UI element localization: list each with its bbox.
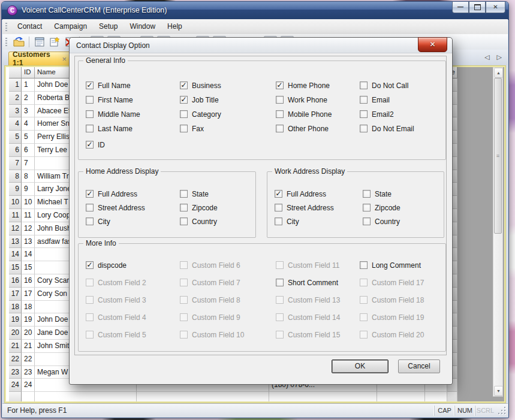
checkbox-label: Home Phone [288, 81, 330, 90]
checkbox-more-info-short-comment[interactable]: Short Comment [276, 278, 340, 287]
checkbox-general-info-email[interactable]: Email [360, 95, 414, 104]
checkbox-general-info-id[interactable]: ✓ID [86, 140, 140, 149]
menu-item-setup[interactable]: Setup [93, 20, 124, 33]
status-indicator-num: NUM [454, 406, 475, 416]
row-number-cell: 21 [9, 340, 22, 353]
checkbox-label: Country [375, 217, 400, 226]
menu-item-help[interactable]: Help [161, 20, 188, 33]
resize-grip[interactable] [498, 406, 507, 415]
checkbox-label: Short Comment [288, 279, 338, 287]
scroll-down-icon[interactable]: ▼ [494, 386, 503, 396]
checkbox-more-info-custom-field-14: Custom Field 14 [276, 313, 340, 322]
checkbox-general-info-do-not-email[interactable]: Do Not Email [360, 124, 414, 133]
checkbox-general-info-middle-name[interactable]: Middle Name [86, 110, 140, 119]
column-header-col0[interactable] [9, 67, 22, 78]
checkbox-home-address-display-city[interactable]: City [86, 217, 145, 226]
checkbox-general-info-other-phone[interactable]: Other Phone [276, 124, 332, 133]
unchecked-checkbox-icon [86, 296, 94, 304]
checkbox-home-address-display-zipcode[interactable]: Zipcode [180, 203, 218, 212]
checkbox-general-info-category[interactable]: Category [180, 110, 221, 119]
unchecked-checkbox-icon [275, 217, 282, 225]
dialog-close-button[interactable]: ✕ [418, 37, 447, 52]
checkbox-more-info-custom-field-11: Custom Field 11 [276, 261, 340, 270]
checkbox-work-address-display-zipcode[interactable]: Zipcode [363, 203, 400, 212]
toolbar-separator [29, 37, 29, 47]
scrollbar-thumb[interactable]: ≡ [494, 78, 502, 234]
checkbox-label: Job Title [192, 96, 219, 104]
column-header-id[interactable]: ID [22, 67, 35, 78]
menu-item-campaign[interactable]: Campaign [48, 20, 93, 33]
title-bar: C Voicent CallCenterCRM (Enterprise Edit… [2, 2, 508, 20]
ok-button[interactable]: OK [332, 359, 388, 373]
tab-label: Customers 1:1 [13, 50, 62, 67]
checkbox-work-address-display-street-address[interactable]: Street Address [275, 203, 334, 212]
maximize-button[interactable] [469, 2, 486, 13]
checkbox-label: Do Not Email [372, 125, 414, 133]
minimize-button[interactable]: — [452, 2, 469, 13]
row-number-cell: 14 [9, 248, 22, 261]
vertical-scrollbar[interactable]: ▲ ≡ ▼ [493, 67, 503, 397]
open-contact-file-icon[interactable] [12, 36, 26, 49]
checkbox-label: dispcode [98, 261, 127, 270]
cancel-button[interactable]: Cancel [398, 359, 440, 373]
checkbox-general-info-business[interactable]: ✓Business [180, 81, 221, 90]
checkbox-general-info-mobile-phone[interactable]: Mobile Phone [276, 110, 332, 119]
table-cell: 10 [22, 196, 35, 209]
checkbox-label: Custom Field 15 [288, 331, 340, 339]
unchecked-checkbox-icon [180, 331, 188, 339]
checkbox-home-address-display-street-address[interactable]: Street Address [86, 203, 145, 212]
new-contact-icon[interactable] [47, 36, 61, 49]
checked-checkbox-icon: ✓ [86, 261, 94, 269]
toolbar-drag-handle-icon[interactable] [5, 38, 7, 46]
checkbox-column: ✓Business✓Job TitleCategoryFax [180, 81, 221, 133]
unchecked-checkbox-icon [276, 313, 284, 321]
checkbox-more-info-long-comment[interactable]: Long Comment [360, 261, 424, 270]
unchecked-checkbox-icon [86, 217, 94, 225]
checkbox-label: City [98, 217, 110, 226]
checkbox-home-address-display-country[interactable]: Country [180, 217, 218, 226]
checkbox-work-address-display-state[interactable]: State [363, 189, 400, 198]
checkbox-home-address-display-full-address[interactable]: ✓Full Address [86, 189, 145, 198]
checkbox-general-info-full-name[interactable]: ✓Full Name [86, 81, 140, 90]
checkbox-general-info-first-name[interactable]: First Name [86, 95, 140, 104]
contact-list-icon[interactable] [32, 36, 46, 49]
close-button[interactable]: ✕ [486, 2, 505, 13]
row-number-cell: 19 [9, 313, 22, 327]
tab-customers[interactable]: Customers 1:1 × [8, 52, 71, 65]
checkbox-work-address-display-full-address[interactable]: ✓Full Address [275, 189, 334, 198]
checkbox-label: Custom Field 5 [98, 331, 146, 339]
tab-scroll-left-icon[interactable]: ◁ [484, 53, 489, 61]
contact-display-option-dialog: Contact Display Option ✕ General Info ✓F… [69, 37, 453, 385]
checkbox-general-info-home-phone[interactable]: ✓Home Phone [276, 81, 332, 90]
tab-scroll-right-icon[interactable]: ▷ [497, 53, 502, 61]
checkbox-label: Category [192, 110, 221, 119]
checkbox-work-address-display-city[interactable]: City [275, 217, 334, 226]
checkbox-general-info-job-title[interactable]: ✓Job Title [180, 95, 221, 104]
checkbox-label: Work Phone [288, 96, 327, 104]
checkbox-general-info-do-not-call[interactable]: Do Not Call [360, 81, 414, 90]
status-indicator-scrl: SCRL [475, 406, 495, 416]
checkbox-label: Custom Field 8 [192, 296, 240, 304]
checkbox-general-info-last-name[interactable]: Last Name [86, 124, 140, 133]
checkbox-general-info-work-phone[interactable]: Work Phone [276, 95, 332, 104]
checkbox-general-info-email2[interactable]: Email2 [360, 110, 414, 119]
checkbox-more-info-dispcode[interactable]: ✓dispcode [86, 261, 146, 270]
row-number-cell: 18 [9, 301, 22, 314]
table-row[interactable] [9, 392, 457, 401]
checkbox-work-address-display-country[interactable]: Country [363, 217, 400, 226]
row-number-cell: 5 [9, 131, 22, 144]
checkbox-label: City [287, 217, 299, 226]
checkbox-general-info-fax[interactable]: Fax [180, 124, 221, 133]
menu-item-contact[interactable]: Contact [11, 20, 48, 33]
checkbox-label: Middle Name [98, 110, 140, 119]
menu-item-window[interactable]: Window [124, 20, 161, 33]
checkbox-label: Custom Field 3 [98, 296, 146, 304]
tab-close-icon[interactable]: × [62, 55, 67, 64]
scroll-up-icon[interactable]: ▲ [494, 68, 503, 78]
checkbox-more-info-custom-field-20: Custom Field 20 [360, 330, 424, 339]
table-cell: 7 [22, 157, 35, 170]
table-cell [22, 392, 35, 401]
checkbox-home-address-display-state[interactable]: State [180, 189, 218, 198]
menu-drag-handle-icon[interactable] [5, 23, 7, 31]
dialog-title: Contact Display Option [76, 41, 150, 50]
